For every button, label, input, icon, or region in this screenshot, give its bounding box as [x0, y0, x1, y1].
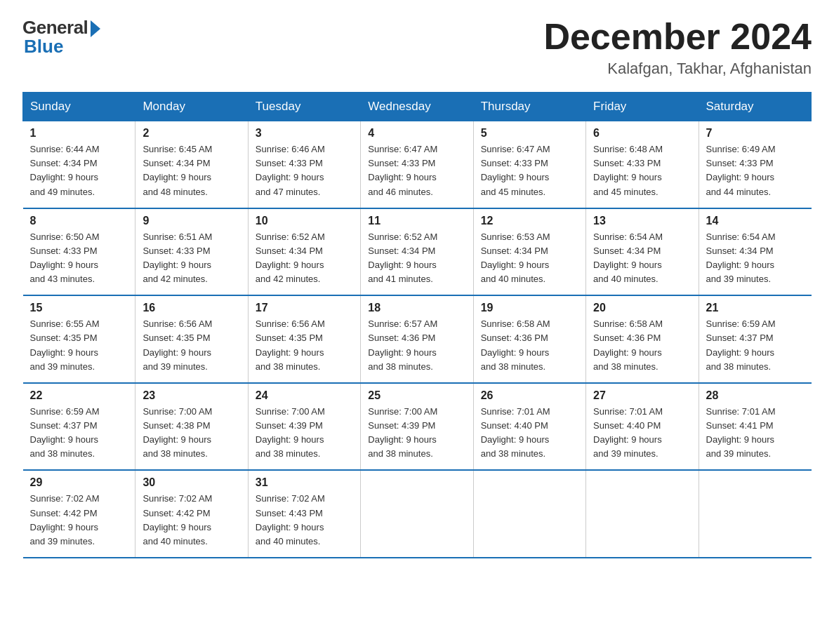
day-number: 26: [481, 389, 578, 402]
calendar-cell: 10 Sunrise: 6:52 AM Sunset: 4:34 PM Dayl…: [248, 208, 360, 296]
calendar-cell: 28 Sunrise: 7:01 AM Sunset: 4:41 PM Dayl…: [699, 383, 811, 471]
day-info: Sunrise: 6:59 AM Sunset: 4:37 PM Dayligh…: [706, 317, 805, 374]
day-info: Sunrise: 6:51 AM Sunset: 4:33 PM Dayligh…: [143, 230, 240, 287]
day-number: 10: [256, 215, 353, 227]
day-number: 8: [30, 215, 128, 227]
day-number: 16: [143, 302, 240, 314]
calendar-cell: 26 Sunrise: 7:01 AM Sunset: 4:40 PM Dayl…: [473, 383, 585, 471]
day-number: 15: [30, 302, 128, 314]
day-number: 22: [30, 389, 128, 402]
calendar-cell: [586, 470, 699, 558]
day-info: Sunrise: 6:54 AM Sunset: 4:34 PM Dayligh…: [706, 230, 805, 287]
day-number: 31: [256, 476, 353, 489]
day-info: Sunrise: 6:56 AM Sunset: 4:35 PM Dayligh…: [143, 317, 240, 374]
location-text: Kalafgan, Takhar, Afghanistan: [543, 60, 812, 78]
day-number: 5: [481, 127, 578, 140]
header-thursday: Thursday: [473, 93, 585, 121]
header-wednesday: Wednesday: [361, 93, 473, 121]
calendar-week-row: 29 Sunrise: 7:02 AM Sunset: 4:42 PM Dayl…: [23, 470, 812, 558]
calendar-header-row: SundayMondayTuesdayWednesdayThursdayFrid…: [23, 93, 812, 121]
day-number: 3: [256, 127, 353, 140]
day-number: 30: [143, 476, 240, 489]
day-info: Sunrise: 6:45 AM Sunset: 4:34 PM Dayligh…: [143, 142, 240, 199]
calendar-week-row: 1 Sunrise: 6:44 AM Sunset: 4:34 PM Dayli…: [23, 121, 812, 208]
calendar-cell: 22 Sunrise: 6:59 AM Sunset: 4:37 PM Dayl…: [23, 383, 135, 471]
day-number: 2: [143, 127, 240, 140]
day-info: Sunrise: 7:02 AM Sunset: 4:42 PM Dayligh…: [143, 492, 240, 549]
calendar-cell: 27 Sunrise: 7:01 AM Sunset: 4:40 PM Dayl…: [586, 383, 699, 471]
day-info: Sunrise: 6:49 AM Sunset: 4:33 PM Dayligh…: [706, 142, 805, 199]
calendar-cell: [361, 470, 473, 558]
calendar-cell: 9 Sunrise: 6:51 AM Sunset: 4:33 PM Dayli…: [135, 208, 248, 296]
calendar-cell: [473, 470, 585, 558]
day-info: Sunrise: 7:01 AM Sunset: 4:40 PM Dayligh…: [481, 405, 578, 462]
calendar-cell: 21 Sunrise: 6:59 AM Sunset: 4:37 PM Dayl…: [699, 295, 811, 383]
day-info: Sunrise: 6:46 AM Sunset: 4:33 PM Dayligh…: [256, 142, 353, 199]
day-number: 17: [256, 302, 353, 314]
day-number: 11: [368, 215, 465, 227]
day-info: Sunrise: 7:01 AM Sunset: 4:41 PM Dayligh…: [706, 405, 805, 462]
day-info: Sunrise: 6:56 AM Sunset: 4:35 PM Dayligh…: [256, 317, 353, 374]
day-info: Sunrise: 7:01 AM Sunset: 4:40 PM Dayligh…: [593, 405, 691, 462]
calendar-cell: 17 Sunrise: 6:56 AM Sunset: 4:35 PM Dayl…: [248, 295, 360, 383]
day-info: Sunrise: 7:00 AM Sunset: 4:39 PM Dayligh…: [368, 405, 465, 462]
day-number: 28: [706, 389, 805, 402]
day-info: Sunrise: 6:57 AM Sunset: 4:36 PM Dayligh…: [368, 317, 465, 374]
day-number: 27: [593, 389, 691, 402]
calendar-cell: 16 Sunrise: 6:56 AM Sunset: 4:35 PM Dayl…: [135, 295, 248, 383]
header-monday: Monday: [135, 93, 248, 121]
calendar-week-row: 8 Sunrise: 6:50 AM Sunset: 4:33 PM Dayli…: [23, 208, 812, 296]
calendar-cell: 12 Sunrise: 6:53 AM Sunset: 4:34 PM Dayl…: [473, 208, 585, 296]
calendar-cell: 1 Sunrise: 6:44 AM Sunset: 4:34 PM Dayli…: [23, 121, 135, 208]
day-number: 21: [706, 302, 805, 314]
day-number: 4: [368, 127, 465, 140]
calendar-cell: 29 Sunrise: 7:02 AM Sunset: 4:42 PM Dayl…: [23, 470, 135, 558]
day-info: Sunrise: 6:59 AM Sunset: 4:37 PM Dayligh…: [30, 405, 128, 462]
day-info: Sunrise: 6:44 AM Sunset: 4:34 PM Dayligh…: [30, 142, 128, 199]
calendar-week-row: 22 Sunrise: 6:59 AM Sunset: 4:37 PM Dayl…: [23, 383, 812, 471]
header-tuesday: Tuesday: [248, 93, 360, 121]
calendar-cell: 11 Sunrise: 6:52 AM Sunset: 4:34 PM Dayl…: [361, 208, 473, 296]
day-number: 13: [593, 215, 691, 227]
header-saturday: Saturday: [699, 93, 811, 121]
day-number: 1: [30, 127, 128, 140]
calendar-cell: 30 Sunrise: 7:02 AM Sunset: 4:42 PM Dayl…: [135, 470, 248, 558]
calendar-cell: 3 Sunrise: 6:46 AM Sunset: 4:33 PM Dayli…: [248, 121, 360, 208]
logo-blue-text: Blue: [24, 36, 63, 58]
calendar-cell: 6 Sunrise: 6:48 AM Sunset: 4:33 PM Dayli…: [586, 121, 699, 208]
day-info: Sunrise: 7:00 AM Sunset: 4:39 PM Dayligh…: [256, 405, 353, 462]
calendar-cell: [699, 470, 811, 558]
logo: General Blue: [22, 17, 100, 58]
calendar-cell: 24 Sunrise: 7:00 AM Sunset: 4:39 PM Dayl…: [248, 383, 360, 471]
calendar-cell: 19 Sunrise: 6:58 AM Sunset: 4:36 PM Dayl…: [473, 295, 585, 383]
day-number: 23: [143, 389, 240, 402]
month-title: December 2024: [543, 17, 812, 57]
calendar-cell: 13 Sunrise: 6:54 AM Sunset: 4:34 PM Dayl…: [586, 208, 699, 296]
day-number: 29: [30, 476, 128, 489]
day-info: Sunrise: 7:02 AM Sunset: 4:42 PM Dayligh…: [30, 492, 128, 549]
page-header: General Blue December 2024 Kalafgan, Tak…: [22, 17, 812, 78]
day-number: 9: [143, 215, 240, 227]
day-number: 24: [256, 389, 353, 402]
day-info: Sunrise: 6:47 AM Sunset: 4:33 PM Dayligh…: [481, 142, 578, 199]
calendar-cell: 25 Sunrise: 7:00 AM Sunset: 4:39 PM Dayl…: [361, 383, 473, 471]
day-info: Sunrise: 6:55 AM Sunset: 4:35 PM Dayligh…: [30, 317, 128, 374]
day-number: 18: [368, 302, 465, 314]
day-number: 20: [593, 302, 691, 314]
title-section: December 2024 Kalafgan, Takhar, Afghanis…: [543, 17, 812, 78]
day-info: Sunrise: 7:00 AM Sunset: 4:38 PM Dayligh…: [143, 405, 240, 462]
day-info: Sunrise: 6:50 AM Sunset: 4:33 PM Dayligh…: [30, 230, 128, 287]
calendar-table: SundayMondayTuesdayWednesdayThursdayFrid…: [22, 92, 812, 558]
day-info: Sunrise: 6:52 AM Sunset: 4:34 PM Dayligh…: [368, 230, 465, 287]
calendar-cell: 18 Sunrise: 6:57 AM Sunset: 4:36 PM Dayl…: [361, 295, 473, 383]
day-info: Sunrise: 6:58 AM Sunset: 4:36 PM Dayligh…: [481, 317, 578, 374]
calendar-week-row: 15 Sunrise: 6:55 AM Sunset: 4:35 PM Dayl…: [23, 295, 812, 383]
day-info: Sunrise: 6:54 AM Sunset: 4:34 PM Dayligh…: [593, 230, 691, 287]
day-number: 7: [706, 127, 805, 140]
logo-arrow-icon: [91, 20, 100, 37]
calendar-cell: 4 Sunrise: 6:47 AM Sunset: 4:33 PM Dayli…: [361, 121, 473, 208]
day-number: 19: [481, 302, 578, 314]
day-info: Sunrise: 6:52 AM Sunset: 4:34 PM Dayligh…: [256, 230, 353, 287]
day-info: Sunrise: 6:48 AM Sunset: 4:33 PM Dayligh…: [593, 142, 691, 199]
calendar-cell: 2 Sunrise: 6:45 AM Sunset: 4:34 PM Dayli…: [135, 121, 248, 208]
